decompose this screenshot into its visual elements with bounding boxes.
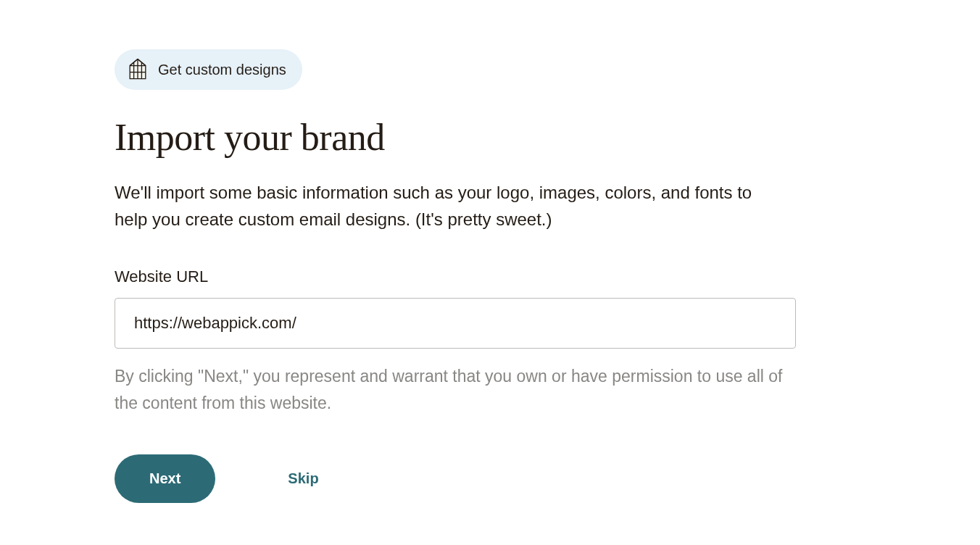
url-label: Website URL — [115, 267, 803, 286]
page-description: We'll import some basic information such… — [115, 179, 781, 233]
badge-label: Get custom designs — [158, 62, 286, 78]
custom-designs-badge: Get custom designs — [115, 49, 302, 90]
disclaimer-text: By clicking "Next," you represent and wa… — [115, 363, 796, 417]
import-brand-form: Get custom designs Import your brand We'… — [115, 49, 803, 503]
greenhouse-icon — [125, 57, 151, 83]
page-heading: Import your brand — [115, 116, 803, 159]
next-button[interactable]: Next — [115, 454, 215, 503]
website-url-input[interactable] — [115, 298, 796, 349]
button-row: Next Skip — [115, 454, 803, 503]
skip-button[interactable]: Skip — [288, 470, 318, 487]
